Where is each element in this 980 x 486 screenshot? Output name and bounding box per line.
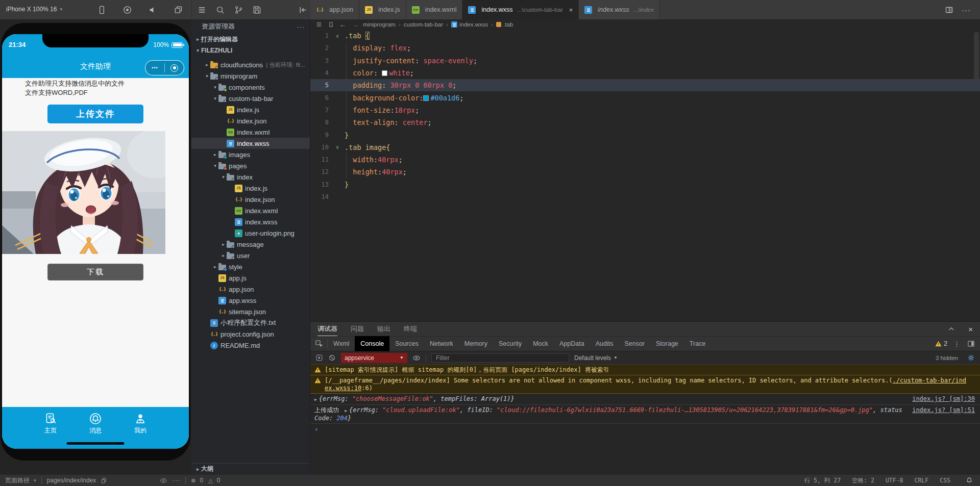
tree-item-app.json[interactable]: app.json	[191, 284, 310, 295]
breadcrumb-item[interactable]: .tab	[496, 21, 513, 28]
code-line[interactable]: 10∨.tab image{	[310, 141, 980, 154]
tree-item-.txt[interactable]: 小程序配置文件.txt	[191, 317, 310, 328]
context-select[interactable]: appservice ▼	[341, 353, 407, 363]
console-prompt[interactable]: ›	[310, 424, 980, 434]
list-icon[interactable]	[197, 5, 207, 15]
search-icon[interactable]	[215, 5, 225, 15]
indent-setting[interactable]: 空格: 2	[852, 477, 874, 484]
download-button[interactable]: 下载	[47, 264, 143, 280]
close-panel-icon[interactable]: ×	[968, 325, 973, 334]
code-line[interactable]: 12 height:40rpx;	[310, 166, 980, 178]
forward-arrow-icon[interactable]: →	[352, 20, 359, 29]
tree-item-index.wxss[interactable]: index.wxss	[191, 216, 310, 227]
panel-tab-终端[interactable]: 终端	[404, 322, 417, 336]
cursor-position[interactable]: 行 5, 列 27	[804, 477, 841, 484]
expand-arrow-icon[interactable]: ▶	[345, 408, 347, 413]
source-link[interactable]: index.js? [sm]:51	[912, 406, 975, 414]
console-warning-badge[interactable]: 2	[935, 340, 947, 347]
collapse-sidebar-icon[interactable]	[298, 5, 308, 15]
code-editor[interactable]: 1∨.tab {2 display: flex;3 justify-conten…	[310, 30, 980, 321]
panel-tab-调试器[interactable]: 调试器	[317, 322, 337, 336]
explorer-more-icon[interactable]: ···	[297, 23, 305, 31]
code-line[interactable]: 3 justify-content: space-evenly;	[310, 55, 980, 67]
eol-setting[interactable]: CRLF	[915, 477, 929, 484]
fold-chevron-icon[interactable]: ∨	[333, 33, 342, 39]
statusbar-more-icon[interactable]: ···	[173, 477, 180, 484]
expand-arrow-icon[interactable]: ▶	[314, 397, 317, 402]
more-menu-icon[interactable]: •••	[145, 65, 164, 70]
tree-item-miniprogram[interactable]: ▾miniprogram	[191, 70, 310, 82]
device-selector[interactable]: iPhone X 100% 16 ▾	[6, 6, 62, 13]
tree-item-pages[interactable]: ▾pages	[191, 160, 310, 171]
editor-tab[interactable]: index.wxml	[406, 0, 463, 19]
close-minimize-icon[interactable]	[165, 64, 184, 72]
tree-item-index.js[interactable]: index.js	[191, 104, 310, 115]
tree-item-index.wxss[interactable]: index.wxss	[191, 138, 310, 149]
tree-item-components[interactable]: ▾components	[191, 82, 310, 93]
devtools-tab-network[interactable]: Network	[424, 336, 459, 351]
color-swatch[interactable]	[423, 95, 429, 101]
code-line[interactable]: 9}	[310, 129, 980, 141]
code-line[interactable]: 2 display: flex;	[310, 42, 980, 54]
encoding[interactable]: UTF-8	[886, 477, 903, 484]
tree-item-project.config.json[interactable]: project.config.json	[191, 328, 310, 340]
tree-item-app.wxss[interactable]: app.wxss	[191, 295, 310, 306]
upload-file-button[interactable]: 上传文件	[47, 105, 143, 123]
outline-list-icon[interactable]	[315, 21, 323, 28]
dock-side-icon[interactable]	[967, 340, 975, 347]
editor-tab[interactable]: index.wxss...\index	[579, 0, 659, 19]
tree-item-custom-tab-bar[interactable]: ▾custom-tab-bar	[191, 93, 310, 104]
code-line[interactable]: 8 text-align: center;	[310, 116, 980, 129]
tree-item-user-unlogin.png[interactable]: user-unlogin.png	[191, 227, 310, 239]
preview-eye-icon[interactable]	[160, 477, 167, 484]
devtools-tab-sources[interactable]: Sources	[389, 336, 424, 351]
tree-item-user[interactable]: ▸user	[191, 250, 310, 261]
tree-item-index[interactable]: ▾index	[191, 171, 310, 183]
language-mode[interactable]: CSS	[940, 477, 950, 484]
code-line[interactable]: 14	[310, 191, 980, 203]
tree-item-index.js[interactable]: index.js	[191, 183, 310, 194]
code-line[interactable]: 7 font-size:18rpx;	[310, 104, 980, 116]
tab-close-icon[interactable]: ×	[569, 6, 573, 14]
panel-tab-输出[interactable]: 输出	[377, 322, 390, 336]
console-filter-input[interactable]: Filter	[431, 353, 569, 363]
tree-item-index.json[interactable]: index.json	[191, 115, 310, 126]
tree-item-index.wxml[interactable]: index.wxml	[191, 205, 310, 216]
back-arrow-icon[interactable]: ←	[339, 20, 347, 29]
more-icon[interactable]: ···	[962, 6, 971, 14]
eye-icon[interactable]	[412, 354, 421, 362]
page-path-selector[interactable]: 页面路径 ▾	[5, 476, 36, 485]
section-open-editors[interactable]: ▸ 打开的编辑器	[191, 34, 310, 45]
inspect-element-icon[interactable]	[310, 339, 328, 348]
section-outline[interactable]: ▸ 大纲	[191, 463, 310, 474]
tree-item-images[interactable]: ▸images	[191, 149, 310, 160]
split-editor-icon[interactable]	[945, 6, 953, 14]
section-project-root[interactable]: ▾ FILEZHULI	[191, 45, 310, 56]
tabbar-item-主页[interactable]: 主页	[44, 412, 57, 439]
code-line[interactable]: 1∨.tab {	[310, 30, 980, 42]
code-line[interactable]: 5 padding: 30rpx 0 60rpx 0;	[310, 79, 980, 91]
breadcrumb-item[interactable]: miniprogram	[363, 21, 396, 28]
panel-tab-问题[interactable]: 问题	[351, 322, 364, 336]
tabbar-item-消息[interactable]: 消息	[89, 412, 102, 439]
devtools-tab-security[interactable]: Security	[493, 336, 527, 351]
devtools-tab-appdata[interactable]: AppData	[554, 336, 590, 351]
devtools-kebab-icon[interactable]: ⋮	[953, 340, 960, 348]
tree-item-sitemap.json[interactable]: sitemap.json	[191, 306, 310, 317]
tabbar-item-我的[interactable]: 我的	[134, 412, 147, 439]
devtools-tab-sensor[interactable]: Sensor	[619, 336, 650, 351]
devtools-tab-storage[interactable]: Storage	[650, 336, 684, 351]
color-swatch[interactable]	[382, 70, 387, 76]
editor-tab[interactable]: index.js	[359, 0, 406, 19]
copy-path-icon[interactable]	[100, 477, 107, 484]
breadcrumb-item[interactable]: index.wxss	[451, 21, 488, 28]
collapse-panel-icon[interactable]	[948, 325, 955, 332]
fold-chevron-icon[interactable]: ∨	[333, 144, 342, 150]
devtools-tab-audits[interactable]: Audits	[590, 336, 619, 351]
devtools-tab-console[interactable]: Console	[355, 336, 389, 351]
notifications-bell-icon[interactable]	[966, 477, 973, 484]
tree-item-app.js[interactable]: app.js	[191, 272, 310, 284]
tree-item-message[interactable]: ▸message	[191, 239, 310, 250]
editor-tab[interactable]: app.json	[310, 0, 359, 19]
code-line[interactable]: 13}	[310, 178, 980, 191]
